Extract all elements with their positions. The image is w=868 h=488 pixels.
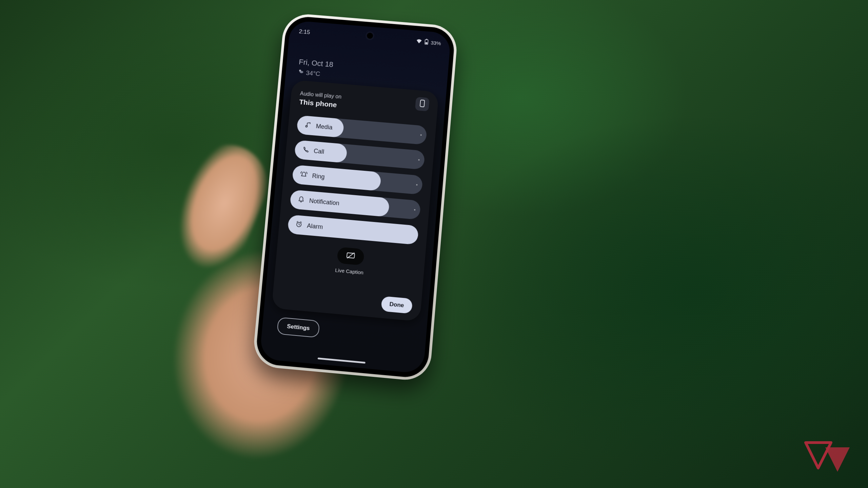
- watermark-logo: [799, 439, 856, 476]
- phone-icon: [302, 146, 310, 155]
- live-caption-label: Live Caption: [335, 267, 364, 276]
- alarm-label: Alarm: [307, 222, 323, 230]
- phone-device-icon: [419, 100, 425, 109]
- svg-rect-2: [425, 42, 427, 44]
- alarm-slider[interactable]: Alarm: [287, 215, 419, 245]
- audio-panel: Audio will play on This phone MediaCallR…: [272, 80, 439, 321]
- call-label: Call: [313, 147, 324, 155]
- done-button[interactable]: Done: [381, 296, 413, 314]
- wifi-icon: [416, 38, 422, 44]
- status-bar: 2:15 33%: [298, 27, 441, 48]
- settings-button[interactable]: Settings: [277, 317, 320, 338]
- svg-marker-11: [825, 447, 850, 472]
- gesture-bar[interactable]: [318, 358, 366, 364]
- ring-label: Ring: [312, 172, 325, 180]
- battery-text: 33%: [431, 40, 441, 46]
- music-note-icon: [304, 121, 312, 130]
- alarm-icon: [295, 220, 302, 229]
- phone: 2:15 33% Fri, Oct 18: [253, 10, 459, 380]
- home-temp: 34°C: [305, 69, 320, 78]
- settings-label: Settings: [287, 323, 310, 332]
- svg-point-6: [305, 125, 307, 127]
- call-slider[interactable]: Call: [294, 140, 425, 170]
- home-widget: Fri, Oct 18 34°C: [298, 58, 334, 79]
- weather-icon: [298, 68, 304, 76]
- live-caption-toggle[interactable]: [337, 247, 364, 265]
- media-slider[interactable]: Media: [296, 115, 427, 145]
- svg-rect-1: [426, 39, 428, 39]
- caption-off-icon: [346, 251, 355, 261]
- svg-marker-10: [806, 443, 831, 468]
- audio-device: This phone: [299, 98, 341, 109]
- output-device-button[interactable]: [415, 97, 430, 111]
- media-label: Media: [316, 123, 333, 131]
- done-label: Done: [389, 301, 404, 309]
- battery-icon: [424, 38, 429, 46]
- notification-label: Notification: [309, 197, 339, 207]
- screen: 2:15 33% Fri, Oct 18: [259, 20, 451, 374]
- status-time: 2:15: [299, 28, 310, 36]
- home-date: Fri, Oct 18: [298, 58, 334, 69]
- svg-rect-5: [420, 100, 425, 107]
- bell-icon: [297, 196, 305, 205]
- ring-slider[interactable]: Ring: [292, 165, 423, 195]
- notification-slider[interactable]: Notification: [290, 189, 421, 220]
- ring-icon: [300, 170, 308, 180]
